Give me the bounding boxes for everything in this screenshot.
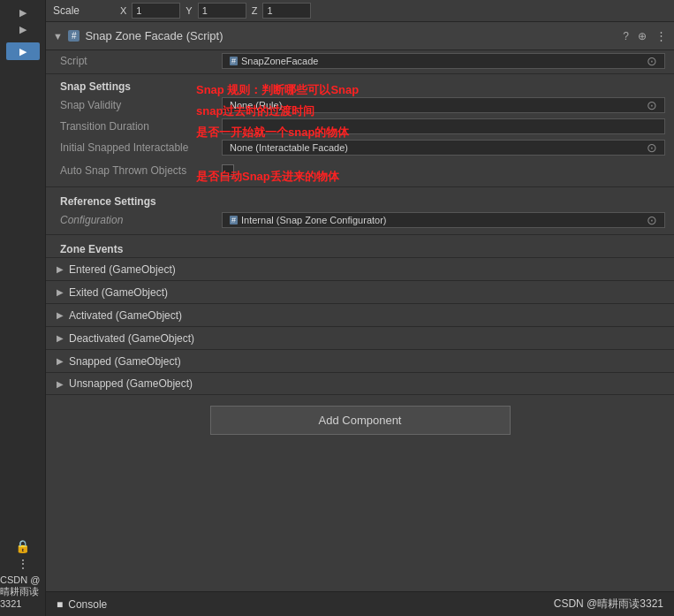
event-deactivated: ▶ Deactivated (GameObject) (46, 326, 674, 349)
event-entered-arrow[interactable]: ▶ (57, 264, 64, 274)
event-unsnapped-arrow[interactable]: ▶ (57, 379, 64, 389)
scale-y-label: Y (186, 5, 192, 16)
initial-snapped-row: Initial Snapped Interactable None (Inter… (46, 137, 674, 158)
configuration-value: Internal (Snap Zone Configurator) (241, 215, 386, 225)
main-content: Scale X Y Z ▼ # Snap Zone Facade (Script… (46, 0, 674, 616)
snap-validity-value: None (Rule) (230, 100, 282, 110)
configuration-row: Configuration # Internal (Snap Zone Conf… (46, 209, 674, 231)
event-activated: ▶ Activated (GameObject) (46, 303, 674, 326)
component-header: ▼ # Snap Zone Facade (Script) ? ⊕ ⋮ (46, 22, 674, 50)
add-component-button[interactable]: Add Component (210, 406, 511, 435)
component-hash-badge: # (68, 30, 80, 42)
sidebar-more-icon[interactable]: ⋮ (17, 557, 29, 571)
snap-validity-row: Snap Validity None (Rule) ⊙ Snap 规则：判断哪些… (46, 95, 674, 116)
configuration-value-box[interactable]: # Internal (Snap Zone Configurator) ⊙ (222, 212, 665, 228)
scale-x-label: X (120, 5, 126, 16)
event-deactivated-arrow[interactable]: ▶ (57, 333, 64, 343)
event-activated-arrow[interactable]: ▶ (57, 310, 64, 320)
event-snapped-label: Snapped (GameObject) (69, 355, 181, 368)
component-help-icon[interactable]: ? (623, 30, 629, 42)
snap-settings-header: Snap Settings (46, 76, 674, 95)
script-label: Script (60, 55, 215, 67)
csdn-watermark: CSDN @晴耕雨读3321 (554, 597, 663, 612)
initial-snapped-value: None (Interactable Facade) (230, 142, 348, 153)
scale-label: Scale (53, 4, 115, 17)
snap-validity-dot[interactable]: ⊙ (647, 98, 657, 112)
scale-row: Scale X Y Z (46, 0, 674, 22)
separator-1 (46, 73, 674, 74)
sidebar-arrow-1[interactable]: ▶ (14, 5, 32, 20)
sidebar-arrow-2[interactable]: ▶ (14, 22, 32, 37)
sidebar-lock-icon: 🔒 (15, 539, 30, 553)
separator-2 (46, 186, 674, 187)
script-hash-icon: # (230, 57, 238, 65)
scale-z-input[interactable] (262, 3, 311, 19)
auto-snap-label: Auto Snap Thrown Objects (60, 164, 215, 177)
event-unsnapped: ▶ Unsnapped (GameObject) (46, 372, 674, 395)
component-settings-icon[interactable]: ⊕ (638, 30, 647, 42)
auto-snap-checkbox[interactable] (222, 164, 234, 177)
console-icon: ■ (57, 598, 63, 611)
auto-snap-row: Auto Snap Thrown Objects 是否自动Snap丢进来的物体 (46, 158, 674, 183)
initial-snapped-value-box[interactable]: None (Interactable Facade) ⊙ (222, 140, 665, 156)
console-label: Console (68, 598, 107, 611)
script-value-text: SnapZoneFacade (241, 56, 318, 66)
snap-validity-label: Snap Validity (60, 99, 215, 111)
event-exited-label: Exited (GameObject) (69, 286, 168, 299)
event-unsnapped-label: Unsnapped (GameObject) (69, 377, 193, 390)
script-dot-icon[interactable]: ⊙ (647, 54, 657, 68)
script-field-row: Script # SnapZoneFacade ⊙ (46, 50, 674, 72)
event-entered: ▶ Entered (GameObject) (46, 257, 674, 280)
scale-z-label: Z (252, 5, 258, 16)
script-value-box[interactable]: # SnapZoneFacade ⊙ (222, 53, 665, 69)
event-exited: ▶ Exited (GameObject) (46, 280, 674, 303)
component-title: Snap Zone Facade (Script) (85, 29, 617, 42)
add-component-area: Add Component (46, 395, 674, 445)
transition-duration-label: Transition Duration (60, 120, 215, 133)
annotation-auto-snap: 是否自动Snap丢进来的物体 (196, 169, 339, 185)
reference-settings-header: Reference Settings (46, 191, 674, 209)
component-more-icon[interactable]: ⋮ (655, 29, 667, 42)
scale-x-input[interactable] (132, 3, 180, 19)
sidebar-active-item[interactable]: ▶ (6, 42, 40, 60)
event-exited-arrow[interactable]: ▶ (57, 287, 64, 297)
event-activated-label: Activated (GameObject) (69, 309, 182, 322)
snap-zone-facade-component: ▼ # Snap Zone Facade (Script) ? ⊕ ⋮ Scri… (46, 22, 674, 591)
separator-3 (46, 234, 674, 235)
snap-validity-value-box[interactable]: None (Rule) ⊙ (222, 97, 665, 113)
transition-duration-value-box[interactable] (222, 118, 665, 134)
event-snapped-arrow[interactable]: ▶ (57, 356, 64, 366)
initial-snapped-dot[interactable]: ⊙ (647, 141, 657, 155)
config-hash-icon: # (230, 216, 238, 224)
event-entered-label: Entered (GameObject) (69, 263, 176, 276)
sidebar-badge: CSDN @晴耕雨读3321 (0, 574, 45, 609)
bottom-bar: ■ Console CSDN @晴耕雨读3321 (46, 591, 674, 616)
scale-y-input[interactable] (198, 3, 246, 19)
console-section[interactable]: ■ Console (57, 598, 107, 611)
configuration-label: Configuration (60, 214, 215, 226)
left-sidebar: ▶ ▶ ▶ 🔒 ⋮ CSDN @晴耕雨读3321 (0, 0, 46, 616)
component-collapse-arrow[interactable]: ▼ (53, 31, 63, 42)
initial-snapped-label: Initial Snapped Interactable (60, 141, 215, 154)
config-dot-icon[interactable]: ⊙ (647, 213, 657, 227)
zone-events-header: Zone Events (46, 239, 674, 257)
event-deactivated-label: Deactivated (GameObject) (69, 332, 194, 345)
transition-duration-row: Transition Duration snap过去时的过渡时间 (46, 116, 674, 137)
event-snapped: ▶ Snapped (GameObject) (46, 349, 674, 372)
